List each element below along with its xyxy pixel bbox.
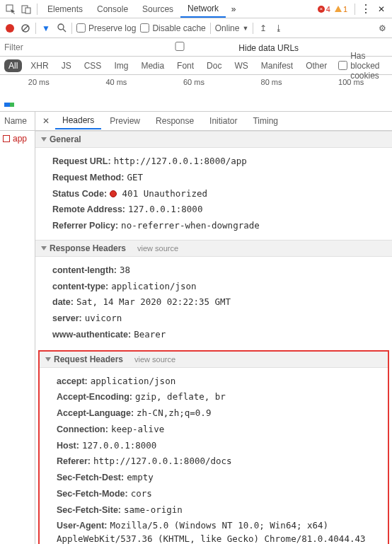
throttling-select[interactable]: Online ▼ (215, 23, 249, 33)
device-toggle-icon[interactable] (18, 1, 34, 17)
filter-type-xhr[interactable]: XHR (26, 59, 52, 72)
general-referrer-value: no-referrer-when-downgrade (121, 220, 260, 231)
section-request-headers[interactable]: Request Headersview source (40, 352, 388, 368)
detail-tab-headers[interactable]: Headers (55, 112, 101, 129)
filter-type-other[interactable]: Other (301, 59, 331, 72)
resp-content-length-value: 38 (120, 265, 130, 275)
timeline-tick: 100 ms (338, 78, 364, 86)
filter-type-img[interactable]: Img (110, 59, 132, 72)
filter-type-js[interactable]: JS (57, 59, 76, 72)
tab-console[interactable]: Console (90, 1, 135, 17)
section-general[interactable]: General (35, 131, 392, 148)
settings-gear-icon[interactable]: ⚙ (376, 23, 388, 34)
resp-content-type-key: content-type: (52, 282, 108, 291)
detail-tab-preview[interactable]: Preview (103, 113, 147, 129)
search-icon[interactable] (56, 23, 67, 34)
req-sec-fetch-mode-key: Sec-Fetch-Mode: (57, 489, 128, 499)
detail-tab-timing[interactable]: Timing (246, 113, 285, 129)
general-remote-value: 127.0.0.1:8000 (128, 204, 202, 214)
tab-elements[interactable]: Elements (40, 1, 90, 17)
general-status-value: 401 Unauthorized (122, 188, 207, 199)
clear-icon[interactable] (20, 23, 31, 34)
detail-tab-response[interactable]: Response (149, 113, 201, 129)
filter-type-css[interactable]: CSS (80, 59, 106, 72)
error-count: 4 (326, 5, 330, 13)
req-accept-key: accept: (57, 376, 88, 386)
request-name: app (13, 134, 27, 144)
filter-type-manifest[interactable]: Manifest (257, 59, 297, 72)
req-host-value: 127.0.0.1:8000 (82, 440, 156, 451)
inspect-icon[interactable] (3, 1, 18, 17)
section-response-headers[interactable]: Response Headersview source (35, 240, 392, 257)
general-method-value: GET (127, 172, 143, 183)
request-row-app[interactable]: app (0, 131, 35, 146)
general-url-value: http://127.0.0.1:8000/app (114, 156, 247, 166)
resp-date-value: Sat, 14 Mar 2020 02:22:35 GMT (76, 296, 231, 307)
status-dot-icon (110, 190, 117, 197)
svg-line-4 (23, 25, 28, 31)
req-sec-fetch-site-value: same-origin (124, 504, 183, 515)
general-status-key: Status Code: (52, 189, 107, 199)
view-source-response[interactable]: view source (137, 244, 178, 253)
timeline-tick: 60 ms (183, 78, 204, 86)
req-connection-key: Connection: (57, 424, 108, 434)
resp-date-key: date: (52, 297, 74, 307)
filter-type-ws[interactable]: WS (230, 59, 252, 72)
req-sec-fetch-dest-value: empty (127, 472, 154, 482)
download-har-icon[interactable]: ⭳ (273, 23, 284, 34)
req-connection-value: keep-alive (111, 424, 164, 434)
warning-count: 1 (343, 5, 347, 13)
tab-network[interactable]: Network (180, 1, 226, 18)
filter-type-font[interactable]: Font (173, 59, 198, 72)
disable-cache-label: Disable cache (152, 23, 205, 33)
resp-server-value: uvicorn (85, 313, 122, 323)
upload-har-icon[interactable]: ↥ (258, 23, 269, 34)
general-referrer-key: Referrer Policy: (52, 221, 118, 231)
hide-data-urls-label: Hide data URLs (238, 43, 299, 53)
req-accept-encoding-key: Accept-Encoding: (57, 392, 132, 402)
req-accept-language-key: Accept-Language: (57, 408, 134, 418)
req-accept-language-value: zh-CN,zh;q=0.9 (137, 407, 211, 418)
resp-server-key: server: (52, 313, 82, 323)
resp-content-type-value: application/json (111, 281, 196, 291)
filter-type-media[interactable]: Media (137, 59, 168, 72)
more-tabs-icon[interactable]: » (226, 1, 241, 17)
filter-type-all[interactable]: All (4, 59, 22, 72)
hide-data-urls-checkbox[interactable]: Hide data URLs (123, 42, 299, 53)
timeline-tick: 40 ms (105, 78, 127, 86)
req-sec-fetch-mode-value: cors (131, 488, 152, 499)
general-method-key: Request Method: (52, 173, 124, 183)
general-url-key: Request URL: (52, 156, 111, 166)
timeline-tick: 80 ms (261, 78, 282, 86)
timeline-overview[interactable]: 20 ms 40 ms 60 ms 80 ms 100 ms (0, 75, 392, 112)
req-accept-value: application/json (91, 376, 175, 386)
record-button[interactable] (4, 23, 16, 34)
section-response-title: Response Headers (50, 243, 126, 253)
timeline-tick: 20 ms (28, 78, 50, 86)
resp-www-auth-value: Bearer (134, 329, 166, 340)
section-general-title: General (50, 134, 81, 144)
tab-sources[interactable]: Sources (135, 1, 180, 17)
warning-badge[interactable]: 1 (335, 5, 347, 13)
filter-type-doc[interactable]: Doc (202, 59, 226, 72)
name-column-header[interactable]: Name (0, 112, 35, 131)
disable-cache-checkbox[interactable]: Disable cache (140, 23, 205, 33)
general-remote-key: Remote Address: (52, 204, 125, 214)
resp-content-length-key: content-length: (52, 265, 117, 275)
resp-www-auth-key: www-authenticate: (52, 330, 131, 340)
detail-tab-initiator[interactable]: Initiator (202, 113, 244, 129)
close-devtools-icon[interactable]: ✕ (374, 1, 389, 17)
view-source-request[interactable]: view source (134, 355, 175, 364)
kebab-menu-icon[interactable]: ⋮ (358, 1, 374, 17)
req-referer-value: http://127.0.0.1:8000/docs (93, 456, 232, 466)
svg-line-6 (63, 29, 66, 32)
throttling-value: Online (215, 23, 240, 33)
request-status-icon (3, 135, 10, 142)
timeline-request-marker (4, 103, 14, 107)
filter-icon[interactable]: ▼ (40, 23, 52, 34)
filter-input[interactable] (4, 42, 117, 52)
close-details-icon[interactable]: ✕ (38, 116, 54, 126)
preserve-log-checkbox[interactable]: Preserve log (76, 23, 136, 33)
req-host-key: Host: (57, 441, 79, 451)
error-badge[interactable]: ×4 (318, 5, 330, 13)
